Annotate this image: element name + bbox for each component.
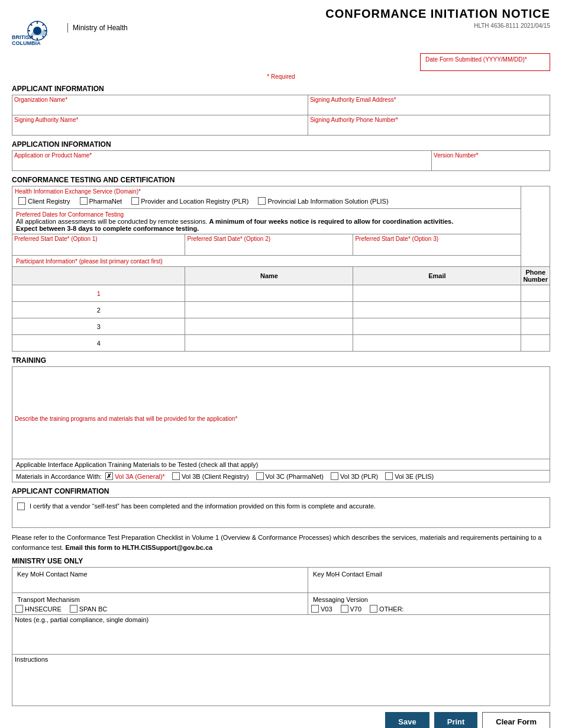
preferred-dates-bold1: A minimum of four weeks notice is requir… (209, 218, 454, 225)
vol3c-checkbox[interactable] (256, 472, 264, 480)
option2-label: Preferred Start Date* (Option 2) (185, 234, 353, 242)
hnsecure-label: HNSECURE (25, 605, 62, 613)
signing-email-value[interactable] (308, 103, 550, 115)
bc-logo-icon: BRITISH COLUMBIA (12, 7, 59, 49)
key-contact-value[interactable] (15, 578, 305, 591)
vol3c-label: Vol 3C (PharmaNet) (266, 473, 324, 480)
instructions-cell[interactable]: Instructions (12, 655, 550, 706)
hnsecure-checkbox[interactable] (15, 605, 23, 613)
cb-pharmanet[interactable]: PharmaNet (80, 197, 122, 205)
cb-spanbc[interactable]: SPAN BC (70, 605, 107, 613)
table-row: 4 (12, 335, 550, 352)
cb-vol3d[interactable]: Vol 3D (PLR) (331, 472, 378, 480)
cb-plr[interactable]: Provider and Location Registry (PLR) (131, 197, 248, 205)
other-checkbox[interactable] (370, 605, 377, 613)
vol3a-label: Vol 3A (General)* (115, 473, 165, 480)
cb-v03[interactable]: V03 (311, 605, 332, 613)
ministry-label: Ministry of Health (73, 23, 128, 33)
transport-label: Transport Mechanism (15, 595, 305, 603)
vol3b-label: Vol 3B (Client Registry) (182, 473, 249, 480)
row-2-email[interactable] (353, 302, 521, 318)
date-submitted-field[interactable]: Date Form Submitted (YYYY/MM/DD)* (420, 53, 550, 71)
row-1-email[interactable] (353, 285, 521, 302)
participant-label: Participant Information* (please list pr… (16, 258, 163, 265)
vol3b-checkbox[interactable] (172, 472, 180, 480)
row-3-phone[interactable] (521, 318, 550, 335)
required-note: * Required (267, 73, 295, 80)
row-1-num: 1 (12, 285, 185, 302)
vol3d-label: Vol 3D (PLR) (340, 473, 378, 480)
print-button[interactable]: Print (434, 712, 478, 728)
cb-vol3e[interactable]: Vol 3E (PLIS) (385, 472, 434, 480)
date-submitted-label: Date Form Submitted (YYYY/MM/DD)* (425, 56, 527, 63)
training-textarea[interactable] (12, 367, 550, 414)
app-name-value[interactable] (12, 159, 431, 170)
option3-label: Preferred Start Date* (Option 3) (353, 234, 521, 242)
row-4-email[interactable] (353, 335, 521, 352)
certify-label: I certify that a vendor “self-test” has … (30, 502, 376, 510)
row-4-name[interactable] (185, 335, 353, 352)
svg-line-7 (43, 36, 44, 38)
row-4-num: 4 (12, 335, 185, 352)
table-row: 3 (12, 318, 550, 335)
plis-checkbox[interactable] (258, 197, 266, 205)
version-value[interactable] (432, 159, 550, 170)
row-1-phone[interactable] (521, 285, 550, 302)
preferred-dates-notice: All application assessments will be cond… (16, 218, 207, 225)
training-label: Describe the training programs and mater… (12, 414, 550, 423)
row-2-name[interactable] (185, 302, 353, 318)
row-1-name[interactable] (185, 285, 353, 302)
preferred-dates-label: Preferred Dates for Conformance Testing (16, 211, 124, 218)
svg-text:COLUMBIA: COLUMBIA (12, 40, 41, 46)
confirmation-cell: I certify that a vendor “self-test” has … (12, 498, 550, 527)
row-3-name[interactable] (185, 318, 353, 335)
notes-cell[interactable]: Notes (e.g., partial compliance, single … (12, 615, 550, 655)
cb-vol3c[interactable]: Vol 3C (PharmaNet) (256, 472, 324, 480)
v70-label: V70 (350, 605, 362, 613)
app-info-header: APPLICATION INFORMATION (12, 140, 550, 149)
table-row: 2 (12, 302, 550, 318)
logo-area: BRITISH COLUMBIA Ministry of Health (12, 7, 128, 49)
v03-checkbox[interactable] (311, 605, 319, 613)
key-email-label: Key MoH Contact Email (311, 569, 547, 578)
option3-value[interactable] (353, 242, 521, 255)
save-button[interactable]: Save (385, 712, 429, 728)
spanbc-checkbox[interactable] (70, 605, 77, 613)
row-4-phone[interactable] (521, 335, 550, 352)
client-registry-checkbox[interactable] (18, 197, 26, 205)
cb-client-registry[interactable]: Client Registry (18, 197, 70, 205)
cb-hnsecure[interactable]: HNSECURE (15, 605, 62, 613)
button-row: Save Print Clear Form (12, 712, 550, 728)
row-2-phone[interactable] (521, 302, 550, 318)
confirmation-header: APPLICANT CONFIRMATION (12, 487, 550, 495)
spanbc-label: SPAN BC (79, 605, 107, 613)
preferred-dates-bold2: Expect between 3-8 days to complete conf… (16, 225, 199, 232)
ministry-use-header: MINISTRY USE ONLY (12, 557, 550, 565)
vol3a-checkbox[interactable]: ✗ (105, 472, 113, 480)
certify-checkbox[interactable] (17, 502, 25, 510)
domain-checkboxes: Client Registry PharmaNet Provider and L… (15, 195, 518, 207)
cb-vol3a[interactable]: ✗ Vol 3A (General)* (105, 472, 165, 480)
option2-value[interactable] (185, 242, 353, 255)
pharmanet-checkbox[interactable] (80, 197, 88, 205)
plr-checkbox[interactable] (131, 197, 139, 205)
signing-phone-value[interactable] (308, 123, 550, 135)
table-row: 1 (12, 285, 550, 302)
vol3d-checkbox[interactable] (331, 472, 338, 480)
transport-checkboxes: HNSECURE SPAN BC (15, 605, 305, 613)
signing-name-value[interactable] (12, 123, 308, 135)
cb-other[interactable]: OTHER: (370, 605, 404, 613)
org-name-value[interactable] (12, 103, 308, 115)
vol3e-checkbox[interactable] (385, 472, 393, 480)
v70-checkbox[interactable] (341, 605, 348, 613)
cb-vol3b[interactable]: Vol 3B (Client Registry) (172, 472, 249, 480)
cb-v70[interactable]: V70 (341, 605, 362, 613)
row-3-num: 3 (12, 318, 185, 335)
key-email-value[interactable] (311, 578, 547, 591)
client-registry-label: Client Registry (28, 198, 70, 205)
option1-value[interactable] (12, 242, 185, 255)
cb-plis[interactable]: Provincial Lab Information Solution (PLI… (258, 197, 388, 205)
clear-form-button[interactable]: Clear Form (482, 712, 550, 728)
row-3-email[interactable] (353, 318, 521, 335)
messaging-label: Messaging Version (311, 595, 547, 603)
